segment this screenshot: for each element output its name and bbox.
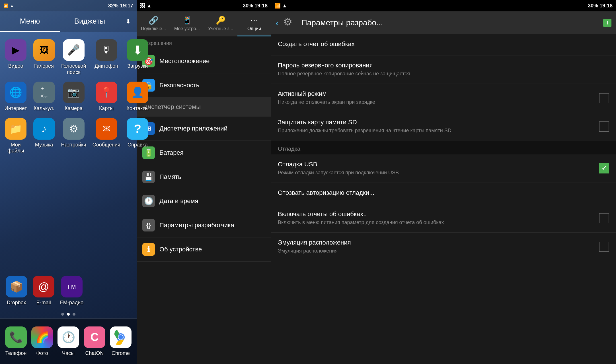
app-contacts-icon: 👤 — [127, 82, 148, 103]
settings-item-app-manager-label: Диспетчер приложений — [159, 125, 227, 132]
app-chaton-label: ChatON — [85, 350, 104, 357]
settings-tabs: 🔗 Подключе... 📱 Мое устро... 🔑 Учетные з… — [137, 11, 271, 36]
devopt-item-active-mode[interactable]: Активный режим Никогда не отключать экра… — [271, 84, 616, 112]
tab-widgets[interactable]: Виджеты — [60, 11, 120, 32]
home-battery: 32% — [108, 3, 118, 9]
app-chaton-icon: C — [84, 326, 105, 348]
devopt-item-enable-bugs[interactable]: Включать отчеты об ошибках.. Включить в … — [271, 204, 616, 233]
devopt-wifi-icon: 📶 ▲ — [274, 3, 287, 9]
devopt-item-revoke-auth[interactable]: Отозвать авторизацию отладки... — [271, 183, 616, 204]
devopt-item-protect-sd[interactable]: Защитить карту памяти SD Приложения долж… — [271, 112, 616, 141]
app-camera[interactable]: 📷 Камера — [59, 80, 88, 113]
about-icon: ℹ — [142, 243, 155, 256]
app-music[interactable]: ♪ Музыка — [32, 116, 57, 156]
app-video[interactable]: ▶ Видео — [3, 38, 29, 77]
tab-menu[interactable]: Меню — [0, 11, 60, 32]
download-button[interactable]: ⬇ — [120, 11, 137, 32]
settings-tab-options[interactable]: ⋯ Опции — [237, 11, 271, 36]
settings-item-system-manager[interactable]: Диспетчер системы — [137, 98, 271, 117]
devopt-protect-sd-checkbox[interactable] — [599, 121, 609, 132]
app-phone[interactable]: 📞 Телефон — [3, 325, 28, 358]
settings-item-memory[interactable]: 💾 Память — [137, 165, 271, 189]
home-status-bar: 📶 ▲ 32% 19:17 — [0, 0, 137, 11]
settings-item-app-manager[interactable]: ⊞ Диспетчер приложений — [137, 117, 271, 141]
devopt-protect-sd-subtitle: Приложения должны требовать разрешения н… — [278, 127, 594, 134]
devopt-active-mode-checkbox[interactable] — [599, 93, 609, 103]
app-email-icon: @ — [33, 276, 54, 297]
devopt-enable-bugs-checkbox[interactable] — [599, 213, 609, 223]
settings-screen: 🖼 ▲ 30% 19:18 🔗 Подключе... 📱 Мое устро.… — [137, 0, 271, 364]
devopt-debug-section: Отладка — [271, 141, 616, 154]
app-chrome[interactable]: Chrome — [108, 325, 133, 358]
devopt-backup-pwd-title: Пароль резервного копирования — [278, 62, 410, 69]
devopt-icon: {} — [142, 219, 155, 231]
app-maps-icon: 📍 — [96, 82, 117, 103]
devopt-status-bar: 📶 ▲ 30% 19:18 — [271, 0, 616, 11]
settings-item-about[interactable]: ℹ Об устройстве — [137, 237, 271, 262]
app-fmradio[interactable]: FM FM-радио — [58, 274, 85, 308]
app-messages[interactable]: ✉ Сообщения — [91, 116, 122, 156]
settings-item-datetime[interactable]: 🕐 Дата и время — [137, 189, 271, 213]
accounts-tab-icon: 🔑 — [216, 16, 226, 25]
app-internet-label: Интернет — [5, 106, 27, 112]
devopt-location-emul-checkbox[interactable] — [599, 242, 609, 252]
app-phone-icon: 📞 — [5, 326, 27, 348]
app-fmradio-label: FM-радио — [60, 300, 84, 306]
app-contacts[interactable]: 👤 Контакты — [125, 80, 151, 113]
settings-item-battery[interactable]: 🔋 Батарея — [137, 141, 271, 165]
settings-status-left: 🖼 ▲ — [140, 3, 152, 9]
app-help[interactable]: ? Справка — [125, 116, 151, 156]
app-maps[interactable]: 📍 Карты — [91, 80, 122, 113]
devopt-item-location-emul[interactable]: Эмуляция расположения Эмуляция расположе… — [271, 233, 616, 261]
app-email-label: E-mail — [36, 300, 51, 306]
devopt-active-mode-subtitle: Никогда не отключать экран при зарядке — [278, 99, 375, 106]
devopt-location-emul-title: Эмуляция расположения — [278, 239, 594, 246]
app-internet[interactable]: 🌐 Интернет — [3, 80, 29, 113]
app-clock[interactable]: 🕐 Часы — [56, 325, 81, 358]
devopt-item-backup-pwd[interactable]: Пароль резервного копирования Полное рез… — [271, 55, 616, 84]
settings-item-location[interactable]: 🎯 Местоположение — [137, 49, 271, 73]
settings-tab-accounts[interactable]: 🔑 Учетные з... — [204, 11, 237, 36]
devopt-enable-bugs-subtitle: Включить в меню питания параметр для соз… — [278, 219, 594, 226]
settings-gallery-icon: 🖼 — [140, 3, 145, 9]
app-photos[interactable]: 🌈 Фото — [30, 325, 55, 358]
devopt-active-mode-title: Активный режим — [278, 90, 375, 98]
app-settings[interactable]: ⚙ Настройки — [59, 116, 88, 156]
devopt-status-left: 📶 ▲ — [274, 3, 287, 9]
app-messages-label: Сообщения — [93, 142, 120, 148]
memory-icon: 💾 — [142, 171, 155, 183]
app-video-label: Видео — [8, 63, 23, 69]
app-help-icon: ? — [127, 118, 148, 140]
devopt-item-usb-debug[interactable]: Отладка USB Режим отладки запускается пр… — [271, 154, 616, 183]
app-gallery[interactable]: 🖼 Галерея — [32, 38, 57, 77]
app-dropbox-icon: 📦 — [6, 276, 27, 297]
settings-section-permissions: Разрешения — [137, 36, 271, 49]
devopt-item-bug-report[interactable]: Создать отчет об ошибках — [271, 34, 616, 55]
settings-item-system-label: Диспетчер системы — [142, 103, 201, 111]
settings-item-devopt[interactable]: {} Параметры разработчика — [137, 213, 271, 237]
app-voice[interactable]: 🎤 Голосовойпоиск — [59, 38, 88, 77]
app-gallery-label: Галерея — [34, 63, 54, 69]
app-downloads[interactable]: ⬇ Загрузки — [125, 38, 151, 77]
app-dropbox[interactable]: 📦 Dropbox — [4, 274, 29, 308]
app-chaton[interactable]: C ChatON — [82, 325, 107, 358]
app-calculator[interactable]: +-×÷ Калькул. — [32, 80, 57, 113]
dot-2 — [67, 313, 70, 316]
options-tab-icon: ⋯ — [250, 16, 258, 25]
devopt-usb-debug-title: Отладка USB — [278, 161, 594, 168]
app-dictaphone[interactable]: 🎙 Диктофон — [91, 38, 122, 77]
settings-tab-connection[interactable]: 🔗 Подключе... — [137, 11, 170, 36]
app-voice-icon: 🎤 — [63, 39, 85, 61]
app-downloads-icon: ⬇ — [127, 39, 148, 61]
home-status-right: 32% 19:17 — [108, 3, 133, 9]
app-messages-icon: ✉ — [96, 118, 117, 140]
app-email[interactable]: @ E-mail — [31, 274, 56, 308]
app-myfiles[interactable]: 📁 Мои файлы — [3, 116, 29, 156]
settings-item-security[interactable]: 🔒 Безопасность — [137, 73, 271, 98]
devopt-back-button[interactable]: ‹ — [276, 18, 279, 28]
app-camera-icon: 📷 — [63, 82, 85, 103]
settings-tab-device[interactable]: 📱 Мое устро... — [170, 11, 204, 36]
devopt-toolbar: ‹ ⚙ Параметры разрабо... I — [271, 11, 616, 34]
devopt-usb-debug-checkbox[interactable] — [599, 163, 609, 173]
settings-status-bar: 🖼 ▲ 30% 19:18 — [137, 0, 271, 11]
